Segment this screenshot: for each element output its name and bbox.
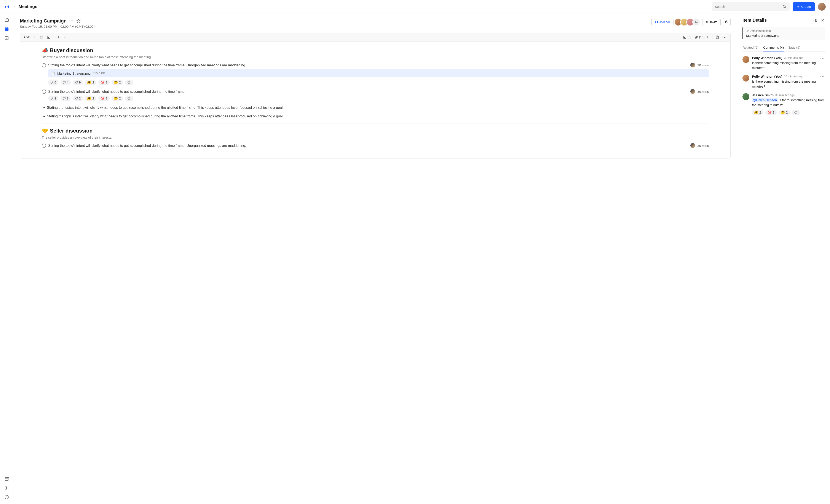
svg-rect-19: [52, 72, 55, 75]
reaction-chip[interactable]: 🤗2: [752, 109, 763, 115]
reaction-chip[interactable]: 2: [61, 96, 71, 101]
svg-point-13: [40, 36, 41, 36]
attachment-size: 455.4 KB: [93, 71, 105, 75]
task-row: Stating the topic's intent will clarify …: [42, 63, 709, 68]
comment-more-icon[interactable]: •••: [820, 75, 825, 89]
text-tool-icon[interactable]: [33, 35, 37, 39]
comment-avatar[interactable]: [742, 74, 749, 82]
star-icon[interactable]: [76, 19, 81, 23]
breadcrumb[interactable]: Meetings: [19, 4, 37, 9]
details-panel: Item Details Attachment item Marketing S…: [737, 13, 830, 504]
task-duration: 30 mins: [697, 63, 709, 67]
briefcase-icon[interactable]: [4, 17, 9, 23]
task-text[interactable]: Stating the topic's intent will clarify …: [48, 63, 688, 68]
invite-button[interactable]: Invite: [702, 18, 721, 26]
reaction-chip[interactable]: 6: [48, 80, 58, 85]
details-title: Item Details: [742, 18, 767, 23]
chat-icon[interactable]: [723, 18, 731, 26]
task-duration: 30 mins: [697, 144, 709, 148]
tasks-count[interactable]: (6): [683, 35, 691, 39]
assignee-avatar[interactable]: [690, 143, 695, 148]
chevron-down-icon[interactable]: [63, 36, 66, 39]
page-subtitle: Sunday Feb 15, 01:00 PM - 02:00 PM (GMT+…: [20, 25, 95, 28]
avatars-more[interactable]: +4: [692, 18, 700, 26]
search-input[interactable]: [715, 5, 783, 8]
page-title: Marketing Campaign: [20, 18, 67, 24]
svg-point-24: [129, 82, 129, 82]
comment: Jessica Smith30 minutes ago@Helen Gebson…: [742, 93, 825, 115]
reaction-chip[interactable]: 🤗2: [85, 80, 96, 85]
task-text[interactable]: Stating the topic's intent will clarify …: [48, 143, 688, 148]
comment-author: Jessica Smith: [752, 93, 774, 97]
comment-time: 30 minutes ago: [784, 75, 803, 78]
search-box[interactable]: [712, 2, 790, 11]
attachment-card[interactable]: Attachment item Marketing Strategy.png: [742, 27, 825, 39]
details-tab[interactable]: Tags (9): [789, 44, 800, 52]
reaction-chip[interactable]: [125, 96, 133, 101]
reaction-chip[interactable]: 4: [61, 80, 71, 85]
more-icon[interactable]: •••: [69, 19, 74, 23]
comment-more-icon[interactable]: •••: [820, 57, 825, 70]
checkbox-tool-icon[interactable]: [47, 35, 51, 39]
join-call-button[interactable]: Join call: [651, 18, 674, 26]
svg-point-10: [6, 498, 7, 498]
plus-tool-icon[interactable]: [57, 35, 60, 39]
list-tool-icon[interactable]: [40, 35, 44, 39]
svg-rect-31: [816, 19, 817, 22]
expand-icon[interactable]: [813, 18, 818, 23]
comment-avatar[interactable]: [742, 93, 749, 100]
reaction-chip[interactable]: 🤔2: [112, 96, 123, 101]
details-tab[interactable]: Comments (4): [763, 44, 784, 52]
reaction-chip[interactable]: 🤗2: [85, 96, 96, 101]
reaction-chip[interactable]: 2: [48, 96, 58, 101]
svg-point-22: [128, 81, 130, 84]
more-tool-icon[interactable]: •••: [722, 35, 727, 39]
svg-point-21: [77, 82, 77, 82]
svg-point-14: [40, 37, 41, 37]
profile-avatar[interactable]: [818, 3, 826, 10]
section-title: Seller discussion: [50, 128, 93, 134]
search-icon[interactable]: [783, 5, 787, 9]
left-sidebar: [0, 0, 13, 504]
svg-point-27: [128, 97, 130, 100]
app-logo[interactable]: [4, 4, 9, 9]
task-duration: 30 mins: [697, 90, 709, 93]
attachment-row[interactable]: Marketing Strategy.png455.4 KB: [48, 69, 709, 77]
help-icon[interactable]: [4, 495, 9, 500]
details-tab[interactable]: Related (6): [742, 44, 759, 52]
reaction-chip[interactable]: 💯2: [765, 109, 777, 115]
attendees-avatars[interactable]: +4: [676, 18, 700, 26]
create-button[interactable]: Create: [793, 2, 815, 11]
svg-point-15: [40, 38, 41, 38]
task-checkbox[interactable]: [42, 144, 46, 148]
reaction-chip[interactable]: [125, 80, 133, 85]
assignee-avatar[interactable]: [690, 63, 695, 67]
reaction-chip[interactable]: 💯2: [98, 96, 109, 101]
checklist-icon[interactable]: [4, 35, 9, 41]
reaction-chip[interactable]: 🤔2: [112, 80, 123, 85]
mention[interactable]: @Helen Gebson: [752, 98, 778, 102]
reaction-chip[interactable]: 🤔2: [779, 109, 790, 115]
reaction-chip[interactable]: [792, 109, 800, 115]
reaction-chip[interactable]: 9: [73, 80, 83, 85]
comment-avatar[interactable]: [742, 56, 749, 63]
topbar: Meetings Create: [0, 0, 830, 13]
task-checkbox[interactable]: [42, 63, 46, 67]
section-title: Buyer discussion: [50, 48, 93, 54]
reaction-chip[interactable]: 2: [73, 96, 83, 101]
breadcrumb-chevron-icon: [12, 5, 15, 8]
store-icon[interactable]: [4, 476, 9, 481]
task-checkbox[interactable]: [42, 90, 46, 94]
svg-point-8: [6, 487, 7, 489]
close-icon[interactable]: [821, 18, 825, 23]
assignee-avatar[interactable]: [690, 89, 695, 94]
svg-rect-30: [814, 19, 817, 22]
task-text[interactable]: Stating the topic's intent will clarify …: [48, 89, 688, 94]
attachments-count[interactable]: (10): [694, 35, 709, 39]
gear-icon[interactable]: [4, 485, 9, 491]
calendar-icon[interactable]: [4, 26, 9, 32]
notes-icon[interactable]: [715, 35, 719, 39]
section-subtitle: Start with a brief introduction and roun…: [42, 55, 709, 59]
file-icon: [51, 71, 55, 75]
reaction-chip[interactable]: 💯2: [98, 80, 109, 85]
